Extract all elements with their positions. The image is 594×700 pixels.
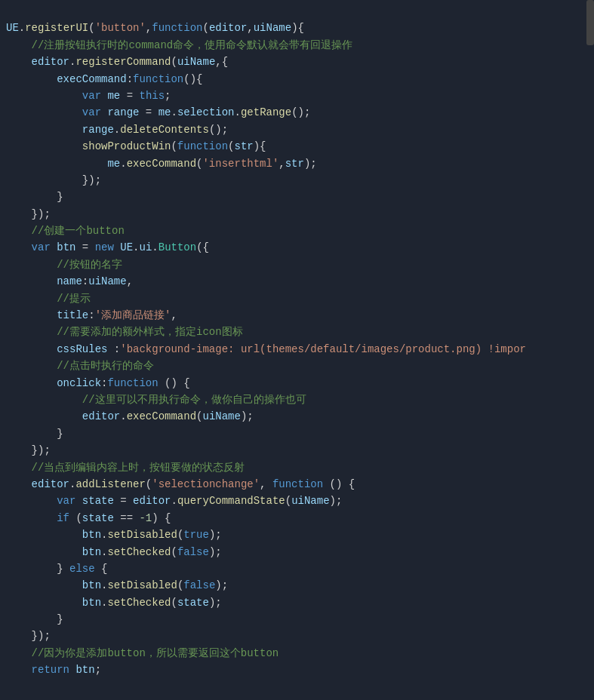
code-line-30: if (state == -1) { [6, 510, 588, 527]
code-token: . [114, 124, 120, 136]
code-line-35: btn.setChecked(state); [6, 594, 588, 611]
table-row: if (state == -1) { [0, 510, 594, 527]
code-token: , [247, 22, 253, 34]
code-token [6, 512, 57, 524]
code-token: state [177, 597, 209, 609]
code-line-14: var btn = new UE.ui.Button({ [6, 239, 588, 256]
code-line-9: me.execCommand('inserthtml',str); [6, 155, 588, 172]
code-token: ); [330, 495, 343, 507]
code-line-11: } [6, 189, 588, 205]
code-token: ){ [291, 22, 304, 34]
code-token: ( [88, 22, 94, 34]
code-token: var [32, 241, 51, 253]
code-token: btn [57, 241, 75, 253]
table-row: } else { [0, 560, 594, 577]
code-token: false [177, 546, 209, 558]
code-token: } [6, 613, 63, 625]
code-line-25: } [6, 425, 588, 442]
table-row: var btn = new UE.ui.Button({ [0, 239, 594, 256]
code-token: getRange [241, 106, 291, 118]
code-line-27: //当点到编辑内容上时，按钮要做的状态反射 [6, 459, 588, 476]
code-token: . [19, 22, 25, 34]
code-line-4: execCommand:function(){ [6, 71, 588, 88]
code-token: function [272, 478, 323, 490]
code-token: queryCommandState [177, 495, 285, 507]
code-token [75, 495, 82, 507]
code-token: 'selectionchange' [152, 478, 260, 490]
scrollbar[interactable] [586, 0, 594, 700]
table-row: btn.setChecked(state); [0, 594, 594, 611]
code-token: false [183, 579, 215, 591]
code-token: . [120, 410, 126, 422]
code-token: function [107, 377, 158, 389]
code-token: registerUI [25, 22, 88, 34]
code-token: uiName [202, 410, 240, 422]
code-token [6, 309, 57, 321]
code-token: name [57, 275, 82, 287]
code-token: setDisabled [107, 579, 177, 591]
code-token [6, 529, 82, 541]
code-line-28: editor.addListener('selectionchange', fu… [6, 476, 588, 493]
code-token: Button [159, 241, 196, 253]
code-token: range [107, 106, 139, 118]
code-line-38: //因为你是添加button，所以需要返回这个button [6, 645, 588, 662]
code-line-13: //创建一个button [6, 223, 588, 239]
code-token: () { [159, 377, 190, 389]
code-token: : [127, 73, 133, 85]
code-token: }); [82, 174, 101, 186]
code-token: cssRules [57, 343, 107, 355]
code-token: var [82, 90, 101, 102]
code-token [6, 377, 57, 389]
code-token: str [234, 140, 253, 152]
code-token: btn [82, 529, 101, 541]
code-token: : [107, 343, 120, 355]
code-token: //这里可以不用执行命令，做你自己的操作也可 [6, 394, 306, 406]
table-row: me.execCommand('inserthtml',str); [0, 155, 594, 172]
code-token: state [82, 512, 114, 524]
table-row: //需要添加的额外样式，指定icon图标 [0, 324, 594, 340]
code-token: , [260, 478, 272, 490]
table-row: btn.setDisabled(true); [0, 527, 594, 543]
code-token: onclick [57, 377, 101, 389]
code-token: : [88, 309, 94, 321]
code-token: btn [75, 664, 94, 676]
code-token: ( [146, 478, 152, 490]
table-row: } [0, 189, 594, 205]
table-row: return btn; [0, 662, 594, 678]
code-token: = [75, 241, 94, 253]
code-line-16: name:uiName, [6, 273, 588, 290]
code-token: uiName [177, 56, 215, 68]
code-editor: UE.registerUI('button',function(editor,u… [0, 0, 594, 682]
code-token [6, 478, 32, 490]
code-token: = [139, 106, 158, 118]
code-token: me [107, 90, 120, 102]
code-token: deleteContents [120, 124, 209, 136]
code-line-12: }); [6, 206, 588, 223]
code-token: 'button' [95, 22, 146, 34]
code-token: (){ [183, 73, 202, 85]
code-token: ); [209, 529, 222, 541]
code-token [6, 73, 57, 85]
table-row: editor.execCommand(uiName); [0, 408, 594, 425]
code-token: setChecked [107, 546, 171, 558]
code-line-8: showProductWin(function(str){ [6, 138, 588, 155]
table-row: editor.addListener('selectionchange', fu… [0, 476, 594, 493]
code-token: ( [171, 56, 177, 68]
code-token: execCommand [127, 410, 196, 422]
table-row: UE.registerUI('button',function(editor,u… [0, 20, 594, 36]
code-token: } [6, 191, 63, 203]
code-token: this [139, 90, 165, 102]
code-token: () { [323, 478, 355, 490]
scrollbar-thumb[interactable] [586, 0, 594, 45]
code-token: . [171, 106, 177, 118]
code-token [6, 275, 57, 287]
table-row: cssRules :'background-image: url(themes/… [0, 341, 594, 358]
code-line-24: editor.execCommand(uiName); [6, 408, 588, 425]
code-token: ); [209, 597, 222, 609]
code-token: true [183, 529, 209, 541]
code-token: function [152, 22, 202, 34]
table-row: title:'添加商品链接', [0, 307, 594, 324]
code-token: == [114, 512, 140, 524]
code-token: ( [171, 140, 177, 152]
code-token [6, 158, 107, 170]
